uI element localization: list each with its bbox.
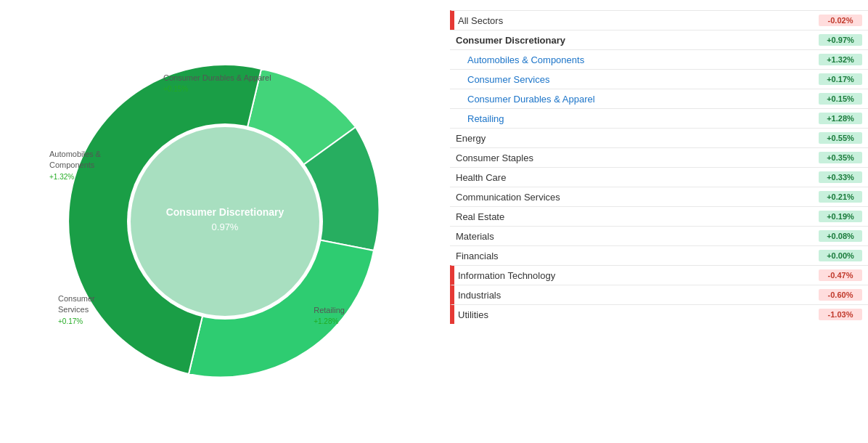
table-row[interactable]: Consumer Durables & Apparel+0.15% bbox=[450, 89, 868, 108]
sector-name: Real Estate bbox=[450, 211, 819, 222]
change-badge: +0.15% bbox=[819, 93, 862, 105]
donut-chart: Consumer Discretionary 0.97% Consumer Du… bbox=[36, 33, 414, 410]
change-badge: -0.02% bbox=[819, 15, 862, 26]
label-consumer-durables: Consumer Durables & Apparel +0.15% bbox=[163, 73, 271, 95]
change-badge: +0.21% bbox=[819, 191, 862, 203]
table-row[interactable]: Consumer Discretionary+0.97% bbox=[450, 30, 868, 49]
change-badge: +1.28% bbox=[819, 113, 862, 124]
change-badge: +0.33% bbox=[819, 171, 862, 183]
change-badge: +0.08% bbox=[819, 230, 862, 242]
label-retailing: Retailing +1.28% bbox=[314, 305, 345, 328]
label-consumer-services: ConsumerServices +0.17% bbox=[58, 293, 95, 327]
sector-name: All Sectors bbox=[452, 15, 819, 26]
table-row[interactable]: Automobiles & Components+1.32% bbox=[450, 49, 868, 69]
sector-name: Consumer Services bbox=[462, 74, 819, 85]
table-row[interactable]: Communication Services+0.21% bbox=[450, 187, 868, 206]
change-badge: +0.97% bbox=[819, 34, 862, 46]
sector-name: Financials bbox=[450, 251, 819, 261]
chart-panel: Consumer Discretionary 0.97% Consumer Du… bbox=[0, 0, 450, 443]
change-badge: +0.17% bbox=[819, 73, 862, 85]
change-badge: +0.00% bbox=[819, 250, 862, 261]
svg-text:0.97%: 0.97% bbox=[212, 222, 239, 232]
sector-name: Industrials bbox=[452, 290, 819, 301]
table-row[interactable]: Materials+0.08% bbox=[450, 226, 868, 245]
change-badge: -1.03% bbox=[819, 309, 862, 320]
table-row[interactable]: Health Care+0.33% bbox=[450, 167, 868, 187]
table-row[interactable]: Financials+0.00% bbox=[450, 245, 868, 265]
table-row[interactable]: All Sectors-0.02% bbox=[450, 10, 868, 30]
sector-name: Utilities bbox=[452, 309, 819, 320]
table-row[interactable]: Consumer Staples+0.35% bbox=[450, 147, 868, 167]
label-automobiles: Automobiles &Components +1.32% bbox=[49, 149, 101, 182]
sector-name: Energy bbox=[450, 133, 819, 144]
change-badge: -0.47% bbox=[819, 269, 862, 281]
sector-name: Consumer Durables & Apparel bbox=[462, 94, 819, 105]
sector-name: Communication Services bbox=[450, 192, 819, 203]
sector-name: Automobiles & Components bbox=[462, 54, 819, 65]
change-badge: +0.35% bbox=[819, 152, 862, 163]
sector-name: Consumer Discretionary bbox=[450, 35, 819, 46]
table-row[interactable]: Industrials-0.60% bbox=[450, 285, 868, 304]
table-row[interactable]: Information Technology-0.47% bbox=[450, 265, 868, 285]
table-row[interactable]: Energy+0.55% bbox=[450, 128, 868, 147]
change-badge: +0.19% bbox=[819, 211, 862, 222]
sector-name: Retailing bbox=[462, 113, 819, 124]
table-row[interactable]: Real Estate+0.19% bbox=[450, 206, 868, 226]
change-badge: +1.32% bbox=[819, 54, 862, 65]
svg-text:Consumer Discretionary: Consumer Discretionary bbox=[166, 206, 284, 218]
sector-name: Materials bbox=[450, 231, 819, 242]
table-row[interactable]: Utilities-1.03% bbox=[450, 304, 868, 324]
table-row[interactable]: Consumer Services+0.17% bbox=[450, 69, 868, 89]
table-row[interactable]: Retailing+1.28% bbox=[450, 108, 868, 128]
sector-name: Health Care bbox=[450, 172, 819, 183]
sector-table: All Sectors-0.02%Consumer Discretionary+… bbox=[450, 0, 868, 443]
sector-name: Consumer Staples bbox=[450, 153, 819, 163]
change-badge: +0.55% bbox=[819, 132, 862, 144]
change-badge: -0.60% bbox=[819, 289, 862, 301]
sector-name: Information Technology bbox=[452, 270, 819, 281]
